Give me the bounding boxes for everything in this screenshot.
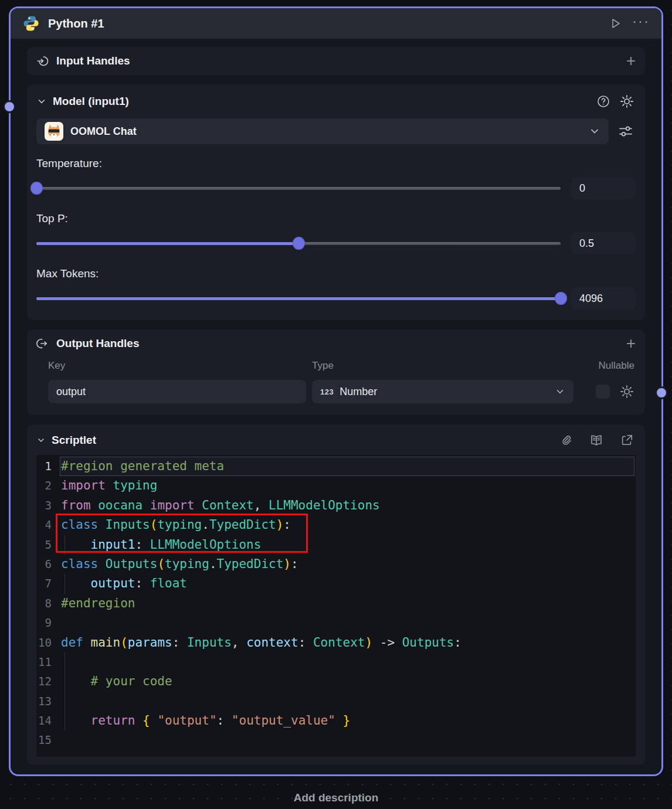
- number-type-icon: 123: [320, 387, 334, 396]
- indent-guide: [65, 692, 65, 711]
- input-connection-handle[interactable]: [3, 100, 16, 113]
- more-menu-button[interactable]: ···: [632, 15, 650, 32]
- open-external-icon[interactable]: [618, 431, 636, 449]
- code-line: 8#endregion: [36, 594, 636, 613]
- line-number: 6: [36, 555, 52, 574]
- line-number: 14: [36, 711, 52, 730]
- node-body: Input Handles + Model (input1): [11, 39, 661, 774]
- chevron-down-icon[interactable]: [36, 436, 46, 445]
- code-line: 11: [36, 652, 636, 672]
- column-key: Key: [48, 360, 306, 372]
- param-value-input[interactable]: 0: [571, 177, 636, 199]
- oomol-chat-avatar: [45, 122, 63, 141]
- line-number: 4: [36, 515, 52, 535]
- python-logo-icon: [22, 15, 40, 32]
- output-handles-section: Output Handles + Key Type Nullable outpu…: [27, 329, 645, 415]
- code-line: 13: [36, 692, 636, 711]
- code-line: 14 return { "output": "output_value" }: [36, 711, 636, 730]
- code-line: 5 input1: LLMModelOptions: [36, 535, 636, 555]
- param-label: Max Tokens:: [36, 267, 636, 280]
- chevron-down-icon: [589, 125, 600, 137]
- code-line: 10def main(params: Inputs, context: Cont…: [36, 633, 636, 652]
- nullable-checkbox[interactable]: [596, 385, 610, 399]
- handle-key-value: output: [56, 386, 86, 398]
- line-number: 3: [36, 496, 52, 515]
- model-param: Temperature:0: [36, 157, 636, 199]
- param-label: Temperature:: [36, 157, 636, 170]
- attach-paperclip-icon[interactable]: [557, 431, 575, 449]
- run-button[interactable]: [606, 15, 624, 32]
- code-editor[interactable]: 1#region generated meta2import typing3fr…: [36, 455, 636, 757]
- model-param: Top P:0.5: [36, 212, 636, 254]
- model-tune-icon[interactable]: [617, 123, 634, 140]
- line-number: 10: [36, 633, 52, 652]
- add-output-handle-button[interactable]: +: [626, 336, 636, 351]
- param-slider[interactable]: [36, 292, 561, 305]
- model-param: Max Tokens:4096: [36, 267, 636, 310]
- node-header: Python #1 ···: [11, 8, 661, 39]
- code-line: 1#region generated meta: [36, 457, 636, 476]
- handle-key-input[interactable]: output: [48, 380, 306, 403]
- model-title: Model (input1): [53, 95, 589, 108]
- help-icon[interactable]: [595, 93, 612, 110]
- param-slider[interactable]: [36, 182, 561, 195]
- model-select[interactable]: OOMOL Chat: [36, 118, 609, 144]
- slider-thumb[interactable]: [555, 292, 567, 305]
- code-line: 7 output: float: [36, 574, 636, 593]
- line-number: 7: [36, 574, 52, 593]
- code-line: 15: [36, 730, 636, 750]
- column-nullable: Nullable: [579, 360, 636, 372]
- input-handles-title: Input Handles: [56, 55, 130, 67]
- slider-thumb[interactable]: [30, 182, 43, 195]
- model-settings-gear-icon[interactable]: [618, 93, 636, 110]
- slider-thumb[interactable]: [293, 237, 305, 250]
- param-label: Top P:: [36, 212, 636, 225]
- input-arrow-icon: [36, 55, 49, 67]
- scriptlet-section: Scriptlet: [27, 424, 645, 765]
- output-columns: Key Type Nullable: [36, 360, 636, 372]
- indent-guide: [65, 652, 65, 672]
- handle-settings-gear-icon[interactable]: [618, 383, 636, 400]
- code-line: 4class Inputs(typing.TypedDict):: [36, 515, 636, 535]
- column-type: Type: [312, 360, 573, 372]
- param-slider[interactable]: [36, 237, 561, 250]
- model-section: Model (input1): [27, 84, 645, 320]
- scriptlet-title: Scriptlet: [52, 434, 551, 447]
- line-number: 15: [36, 730, 52, 750]
- code-line: 9: [36, 613, 636, 633]
- add-input-handle-button[interactable]: +: [626, 54, 636, 68]
- line-number: 13: [36, 692, 52, 711]
- output-handle-row: output 123 Number: [36, 380, 636, 403]
- add-description-button[interactable]: Add description: [0, 791, 672, 804]
- line-number: 8: [36, 594, 52, 613]
- line-number: 2: [36, 476, 52, 495]
- python-node: Python #1 ··· Input Handles: [9, 6, 663, 776]
- canvas: Python #1 ··· Input Handles: [0, 0, 672, 809]
- param-value-input[interactable]: 0.5: [571, 232, 636, 254]
- code-line: 2import typing: [36, 476, 636, 495]
- output-arrow-icon: [36, 337, 49, 350]
- code-line: 12 # your code: [36, 672, 636, 691]
- param-value-input[interactable]: 4096: [571, 287, 636, 310]
- output-connection-handle[interactable]: [655, 386, 668, 399]
- input-handles-section: Input Handles +: [27, 47, 645, 75]
- code-line: 6class Outputs(typing.TypedDict):: [36, 555, 636, 574]
- chevron-down-icon: [555, 386, 565, 397]
- line-number: 9: [36, 613, 52, 633]
- line-number: 12: [36, 672, 52, 691]
- line-number: 1: [36, 457, 52, 476]
- docs-book-icon[interactable]: [588, 431, 605, 449]
- node-title: Python #1: [48, 17, 598, 30]
- line-number: 5: [36, 535, 52, 555]
- handle-type-select[interactable]: 123 Number: [312, 380, 573, 403]
- model-params: Temperature:0Top P:0.5Max Tokens:4096: [36, 144, 636, 310]
- handle-type-value: Number: [340, 386, 549, 398]
- model-select-value: OOMOL Chat: [70, 125, 582, 138]
- code-line: 3from oocana import Context, LLMModelOpt…: [36, 496, 636, 515]
- chevron-down-icon[interactable]: [36, 96, 47, 107]
- line-number: 11: [36, 652, 52, 672]
- output-handles-title: Output Handles: [56, 337, 139, 350]
